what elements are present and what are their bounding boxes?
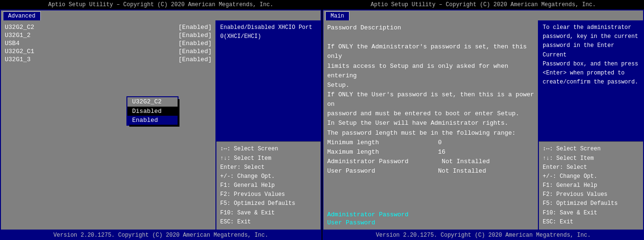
password-description: Password Description If ONLY the Adminis…: [327, 23, 534, 207]
user-password-link[interactable]: User Password: [327, 219, 534, 227]
hotkeys-panel: ↕↔: Select Screen ↑↓: Select Item Enter:…: [216, 141, 321, 230]
right-footer: Version 2.20.1275. Copyright (C) 2020 Am…: [322, 231, 644, 240]
right-main-panel: Password Description If ONLY the Adminis…: [323, 20, 539, 230]
dropdown-popup: U32G2_C2 Disabled Enabled: [126, 96, 179, 126]
tab-advanced[interactable]: Advanced: [3, 11, 41, 20]
tab-main[interactable]: Main: [325, 11, 349, 20]
menu-items-list: U32G2_C2 [Enabled] U32G1_2 [Enabled] USB…: [5, 23, 212, 64]
dropdown-option-disabled[interactable]: Disabled: [127, 107, 178, 116]
password-links: Administrator Password User Password: [327, 211, 534, 227]
left-tab-bar: Advanced: [1, 10, 321, 20]
right-tab-bar: Main: [323, 10, 643, 20]
left-top-bar: Aptio Setup Utility – Copyright (C) 2020…: [0, 0, 322, 9]
menu-item[interactable]: U32G2_C2 [Enabled]: [5, 23, 212, 31]
menu-item[interactable]: U32G2_C1 [Enabled]: [5, 47, 212, 55]
admin-password-link[interactable]: Administrator Password: [327, 211, 534, 219]
help-text-area: Enabled/Disabled XHCIO Port 0(XHCI/EHCI): [216, 20, 321, 141]
menu-item[interactable]: U32G1_3 [Enabled]: [5, 55, 212, 64]
right-top-bar: Aptio Setup Utility – Copyright (C) 2020…: [322, 0, 644, 9]
right-hotkeys-panel: ↕↔: Select Screen ↑↓: Select Item Enter:…: [539, 141, 643, 230]
left-footer: Version 2.20.1275. Copyright (C) 2020 Am…: [0, 231, 322, 240]
dropdown-option-enabled[interactable]: Enabled: [127, 116, 178, 125]
menu-item[interactable]: USB4 [Enabled]: [5, 39, 212, 47]
right-info-panel: To clear the administrator password, key…: [539, 20, 643, 230]
right-info-text: To clear the administrator password, key…: [539, 20, 643, 141]
left-help-panel: Enabled/Disabled XHCIO Port 0(XHCI/EHCI)…: [216, 20, 321, 230]
left-items-panel: U32G2_C2 [Enabled] U32G1_2 [Enabled] USB…: [1, 20, 216, 230]
menu-item[interactable]: U32G1_2 [Enabled]: [5, 31, 212, 39]
dropdown-title: U32G2_C2: [127, 97, 178, 107]
